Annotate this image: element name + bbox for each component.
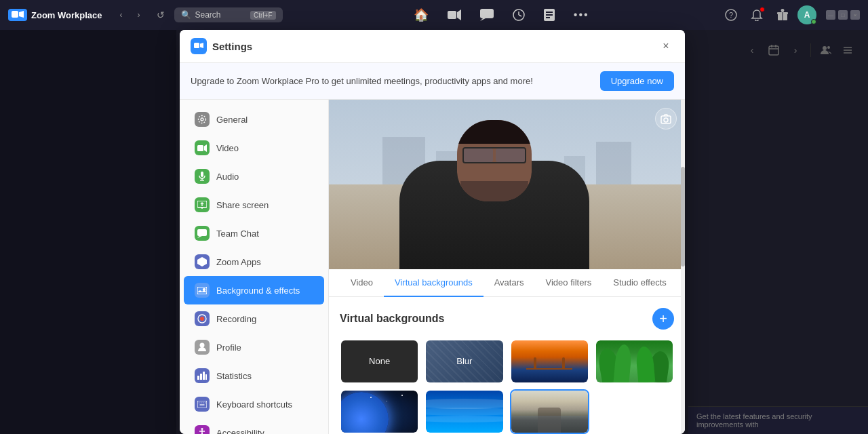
- search-label: Search: [195, 10, 221, 20]
- svg-point-37: [201, 118, 203, 121]
- settings-item-video[interactable]: Video: [184, 134, 324, 162]
- accessibility-label: Accessibility: [216, 428, 264, 435]
- upgrade-button[interactable]: Upgrade now: [600, 71, 674, 91]
- svg-rect-58: [203, 372, 205, 380]
- svg-rect-48: [197, 229, 207, 236]
- gift-button[interactable]: [772, 4, 793, 26]
- search-shortcut: Ctrl+F: [250, 11, 276, 20]
- svg-marker-49: [197, 236, 202, 238]
- nav-more[interactable]: •••: [566, 6, 597, 24]
- avatar-status: [811, 19, 816, 24]
- svg-marker-3: [457, 9, 461, 20]
- camera-capture-button[interactable]: [655, 108, 677, 130]
- refresh-button[interactable]: ↺: [153, 7, 169, 23]
- svg-marker-5: [480, 18, 486, 21]
- search-bar[interactable]: 🔍 Search Ctrl+F: [174, 7, 283, 22]
- nav-chat[interactable]: [472, 6, 502, 24]
- vbg-none-inner: None: [341, 340, 418, 382]
- upgrade-text: Upgrade to Zoom Workplace Pro to get unl…: [191, 76, 533, 86]
- keyboard-label: Keyboard shortcuts: [216, 399, 292, 410]
- settings-item-background[interactable]: Background & effects: [184, 276, 324, 304]
- vbg-item-space[interactable]: [340, 389, 419, 434]
- svg-rect-0: [12, 11, 18, 18]
- settings-item-audio[interactable]: Audio: [184, 162, 324, 191]
- svg-rect-11: [546, 14, 553, 16]
- svg-marker-50: [197, 257, 207, 267]
- settings-item-profile[interactable]: Profile: [184, 333, 324, 361]
- add-background-button[interactable]: +: [652, 308, 674, 330]
- search-icon: 🔍: [181, 10, 191, 20]
- user-avatar[interactable]: A: [797, 5, 816, 24]
- modal-close-button[interactable]: ×: [658, 38, 674, 54]
- maximize-button[interactable]: □: [838, 10, 848, 20]
- svg-rect-39: [197, 145, 203, 151]
- notifications-button[interactable]: [746, 4, 768, 26]
- vbg-item-bridge[interactable]: [510, 339, 589, 384]
- vbg-bridge-inner: [511, 340, 588, 382]
- vbg-item-none[interactable]: None: [340, 339, 419, 384]
- share-screen-label: Share screen: [216, 200, 269, 210]
- svg-rect-10: [546, 12, 553, 13]
- background-icon: [195, 283, 210, 298]
- svg-rect-57: [200, 374, 202, 380]
- nav-notes[interactable]: [536, 6, 563, 24]
- scroll-indicator: [681, 100, 685, 434]
- svg-point-55: [200, 343, 205, 348]
- tab-studio-effects[interactable]: Studio effects: [602, 269, 677, 297]
- vbg-item-blur[interactable]: Blur: [425, 339, 504, 384]
- forward-button[interactable]: ›: [131, 7, 147, 23]
- modal-overlay: Settings × Upgrade to Zoom Workplace Pro…: [0, 30, 868, 434]
- statistics-label: Statistics: [216, 371, 252, 381]
- svg-rect-51: [197, 287, 207, 294]
- share-screen-icon: [195, 197, 210, 212]
- tab-video[interactable]: Video: [340, 269, 384, 297]
- settings-item-zoom-apps[interactable]: Zoom Apps: [184, 248, 324, 276]
- help-button[interactable]: ?: [720, 4, 742, 26]
- top-bar: Zoom Workplace ‹ › ↺ 🔍 Search Ctrl+F 🏠: [0, 0, 868, 30]
- notification-dot: [760, 7, 765, 12]
- vbg-item-ocean[interactable]: [425, 389, 504, 434]
- recording-icon: [195, 311, 210, 326]
- svg-text:?: ?: [729, 11, 733, 19]
- settings-item-general[interactable]: General: [184, 105, 324, 134]
- svg-line-8: [519, 15, 521, 16]
- vbg-item-dock[interactable]: [510, 389, 589, 434]
- tab-virtual-backgrounds[interactable]: Virtual backgrounds: [384, 269, 484, 297]
- tabs-row: Video Virtual backgrounds Avatars Video …: [329, 269, 685, 297]
- camera-preview: [329, 100, 685, 269]
- svg-rect-41: [201, 172, 203, 177]
- settings-item-keyboard[interactable]: Keyboard shortcuts: [184, 390, 324, 418]
- vbg-space-inner: [341, 391, 418, 433]
- top-right-icons: ? A: [720, 4, 860, 26]
- svg-rect-2: [448, 11, 456, 19]
- settings-item-recording[interactable]: Recording: [184, 304, 324, 333]
- vbg-grid: None Blur: [340, 339, 674, 434]
- settings-item-team-chat[interactable]: Team Chat: [184, 219, 324, 248]
- audio-label: Audio: [216, 172, 239, 182]
- nav-video[interactable]: [439, 7, 469, 23]
- zoom-logo-icon: [8, 9, 27, 21]
- svg-rect-59: [205, 374, 207, 380]
- settings-item-accessibility[interactable]: Accessibility: [184, 418, 324, 434]
- svg-marker-1: [19, 11, 24, 18]
- close-main-button[interactable]: ×: [850, 10, 860, 20]
- vbg-blur-inner: Blur: [426, 340, 502, 382]
- nav-clock[interactable]: [505, 6, 533, 24]
- tab-avatars[interactable]: Avatars: [484, 269, 535, 297]
- top-nav: 🏠: [288, 5, 715, 25]
- nav-arrows: ‹ ›: [113, 7, 147, 23]
- tab-video-filters[interactable]: Video filters: [535, 269, 603, 297]
- zoom-apps-label: Zoom Apps: [216, 257, 261, 267]
- svg-point-54: [200, 317, 204, 321]
- settings-item-share-screen[interactable]: Share screen: [184, 191, 324, 219]
- nav-home[interactable]: 🏠: [406, 5, 437, 25]
- svg-rect-12: [546, 17, 550, 18]
- back-button[interactable]: ‹: [113, 7, 130, 23]
- modal-body: General Video: [180, 100, 685, 434]
- accessibility-icon: [195, 425, 210, 434]
- vbg-item-nature[interactable]: [595, 339, 674, 384]
- svg-rect-4: [480, 9, 494, 18]
- minimize-button[interactable]: —: [826, 10, 835, 20]
- settings-item-statistics[interactable]: Statistics: [184, 361, 324, 390]
- svg-rect-56: [197, 376, 199, 380]
